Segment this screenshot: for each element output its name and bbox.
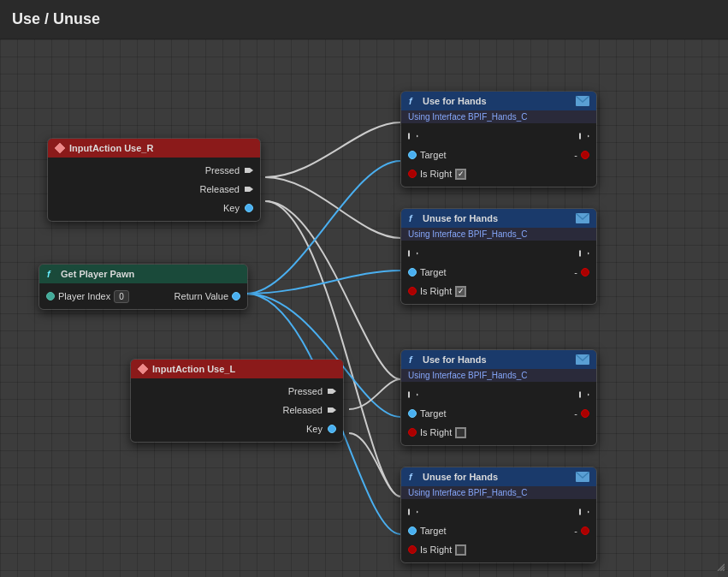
row-player-index: Player Index 0 Return Value <box>39 287 247 306</box>
node-use-for-hands-top[interactable]: f Use for Hands Using Interface BPIF_Han… <box>400 91 597 187</box>
label-target-use-bottom: Target <box>420 408 447 419</box>
label-pressed-l: Pressed <box>138 386 323 396</box>
func-icon-unuse-bottom: f <box>408 472 418 482</box>
pin-isright-in-use-bottom <box>408 428 417 437</box>
row-target-unuse-bottom: Target - <box>401 521 596 540</box>
pin-exec-in-unuse-bottom <box>408 507 418 517</box>
resize-icon <box>713 559 725 571</box>
label-dash-use-bottom: - <box>574 408 577 419</box>
pin-target-in-use-top <box>408 151 417 159</box>
node-title-use-top: Use for Hands <box>423 96 487 106</box>
pin-target-in-unuse-top <box>408 268 417 277</box>
label-isright-unuse-bottom: Is Right <box>420 544 452 555</box>
pin-pressed-l-out <box>328 387 336 396</box>
node-header-use-bottom: f Use for Hands <box>401 350 596 369</box>
node-body-unuse-bottom: Target - Is Right <box>401 499 596 562</box>
svg-line-13 <box>723 569 725 571</box>
node-subtitle-unuse-bottom: Using Interface BPIF_Hands_C <box>401 486 596 499</box>
svg-text:f: f <box>409 213 413 223</box>
checkbox-isright-unuse-bottom[interactable] <box>455 544 466 556</box>
row-key: Key <box>48 199 260 217</box>
node-title-unuse-top: Unuse for Hands <box>423 213 498 223</box>
node-header-get-player: f Get Player Pawn <box>39 265 247 283</box>
node-title-use-bottom: Use for Hands <box>423 354 487 365</box>
player-index-value[interactable]: 0 <box>114 290 129 303</box>
svg-text:f: f <box>409 354 413 365</box>
label-isright-unuse-top: Is Right <box>420 286 452 296</box>
row-exec-unuse-bottom <box>401 503 596 521</box>
node-input-action-use-r[interactable]: InputAction Use_R Pressed Released Key <box>47 138 261 222</box>
row-released-l: Released <box>131 401 343 419</box>
func-icon-use-top: f <box>408 96 418 106</box>
label-dash-unuse-bottom: - <box>574 526 577 536</box>
node-subtitle-use-bottom: Using Interface BPIF_Hands_C <box>401 369 596 382</box>
node-body-use-bottom: Target - Is Right <box>401 382 596 445</box>
node-input-action-use-l[interactable]: InputAction Use_L Pressed Released Key <box>130 359 344 443</box>
node-get-player-pawn[interactable]: f Get Player Pawn Player Index 0 Return … <box>38 264 248 310</box>
mail-icon-unuse-top <box>576 213 589 223</box>
pin-exec-out-use-top <box>579 131 589 141</box>
pin-target-out-use-bottom <box>581 409 589 418</box>
label-target-use-top: Target <box>420 150 447 160</box>
node-title-unuse-bottom: Unuse for Hands <box>423 472 498 482</box>
label-target-unuse-top: Target <box>420 267 447 277</box>
row-exec-use-bottom <box>401 385 596 404</box>
node-header-use-l: InputAction Use_L <box>131 360 343 378</box>
node-unuse-for-hands-bottom[interactable]: f Unuse for Hands Using Interface BPIF_H… <box>400 467 597 563</box>
row-exec-unuse-top <box>401 244 596 263</box>
node-title-use-r: InputAction Use_R <box>69 143 153 153</box>
pin-pressed-out <box>245 166 253 175</box>
label-pressed: Pressed <box>55 165 240 175</box>
func-icon-use-bottom: f <box>408 354 418 365</box>
row-key-l: Key <box>131 419 343 438</box>
label-target-unuse-bottom: Target <box>420 526 447 536</box>
node-header-unuse-top: f Unuse for Hands <box>401 209 596 228</box>
row-isright-unuse-bottom: Is Right <box>401 540 596 559</box>
pin-target-in-use-bottom <box>408 409 417 418</box>
row-isright-unuse-top: Is Right ✓ <box>401 282 596 300</box>
pin-exec-in-use-bottom <box>408 390 418 400</box>
pin-exec-out-unuse-bottom <box>579 507 589 517</box>
canvas[interactable]: InputAction Use_R Pressed Released Key f… <box>0 39 728 577</box>
node-body-use-r: Pressed Released Key <box>48 158 260 221</box>
row-released: Released <box>48 180 260 199</box>
row-target-use-bottom: Target - <box>401 404 596 423</box>
pin-return-obj <box>232 292 240 300</box>
pin-isright-in-unuse-bottom <box>408 545 417 554</box>
label-key-l: Key <box>138 424 323 434</box>
node-title-get-player: Get Player Pawn <box>61 269 134 279</box>
mail-icon-use-bottom <box>576 354 589 365</box>
pin-obj-green <box>46 292 55 300</box>
pin-exec-in-use-top <box>408 131 418 141</box>
node-body-get-player: Player Index 0 Return Value <box>39 283 247 309</box>
node-subtitle-use-top: Using Interface BPIF_Hands_C <box>401 110 596 123</box>
pin-exec-in-unuse-top <box>408 248 418 259</box>
diamond-icon <box>55 143 65 153</box>
node-header-use-top: f Use for Hands <box>401 92 596 110</box>
pin-target-out-use-top <box>581 151 589 159</box>
node-subtitle-unuse-top: Using Interface BPIF_Hands_C <box>401 228 596 241</box>
node-body-use-l: Pressed Released Key <box>131 378 343 442</box>
checkbox-isright-use-bottom[interactable] <box>455 427 466 438</box>
checkbox-isright-unuse-top[interactable]: ✓ <box>455 286 466 297</box>
node-use-for-hands-bottom[interactable]: f Use for Hands Using Interface BPIF_Han… <box>400 349 597 446</box>
page-title: Use / Unuse <box>12 10 100 28</box>
pin-key-out <box>245 204 253 212</box>
pin-released-l-out <box>328 406 336 414</box>
pin-target-out-unuse-bottom <box>581 526 589 535</box>
label-player-index: Player Index <box>58 291 110 301</box>
pin-isright-in-unuse-top <box>408 287 417 295</box>
svg-text:f: f <box>47 269 51 279</box>
pin-player-index-in: Player Index 0 <box>46 290 129 303</box>
checkbox-isright-use-top[interactable]: ✓ <box>455 169 466 180</box>
node-header-use-r: InputAction Use_R <box>48 139 260 158</box>
pin-target-in-unuse-bottom <box>408 526 417 535</box>
diamond-icon-l <box>138 364 148 374</box>
node-unuse-for-hands-top[interactable]: f Unuse for Hands Using Interface BPIF_H… <box>400 208 597 305</box>
title-bar: Use / Unuse <box>0 0 728 39</box>
label-return-value: Return Value <box>175 291 228 301</box>
resize-handle[interactable] <box>713 559 725 574</box>
row-target-unuse-top: Target - <box>401 263 596 282</box>
svg-marker-2 <box>138 364 148 374</box>
label-key: Key <box>55 203 240 213</box>
